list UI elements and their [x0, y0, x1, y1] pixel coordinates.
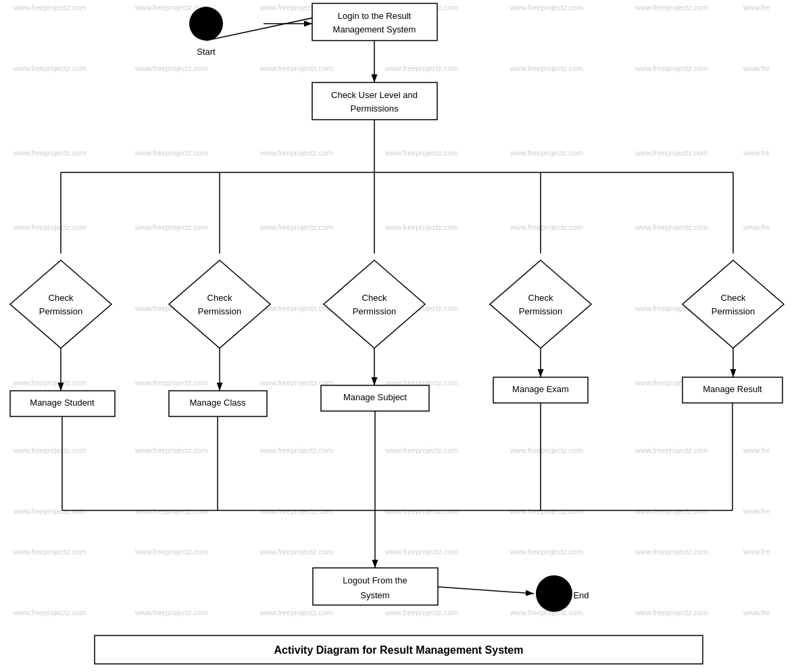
svg-text:www.freeprojectz.com: www.freeprojectz.com — [384, 149, 458, 157]
svg-text:www.freeprojectz.com: www.freeprojectz.com — [635, 608, 708, 617]
diamond-4-text-2: Permission — [519, 306, 562, 316]
svg-text:www.freeprojectz.com: www.freeprojectz.com — [635, 446, 708, 454]
diamond-2-text-1: Check — [207, 293, 232, 303]
svg-text:www.freeprojectz.com: www.freeprojectz.com — [509, 64, 583, 72]
svg-text:www.fre: www.fre — [743, 149, 770, 157]
svg-text:www.freeprojectz.com: www.freeprojectz.com — [509, 548, 583, 556]
login-box — [312, 3, 437, 41]
svg-line-92 — [438, 587, 534, 594]
svg-text:www.freeprojectz.com: www.freeprojectz.com — [259, 548, 333, 556]
svg-text:www.fre: www.fre — [743, 608, 770, 617]
manage-subject-text: Manage Subject — [343, 392, 407, 402]
diamond-3 — [324, 260, 425, 348]
svg-text:www.fre: www.fre — [743, 507, 770, 515]
svg-text:www.fre: www.fre — [743, 548, 770, 556]
svg-text:www.fre: www.fre — [743, 223, 770, 231]
diamond-3-text-1: Check — [362, 293, 387, 303]
svg-text:www.freeprojectz.com: www.freeprojectz.com — [13, 223, 86, 231]
svg-text:www.freeprojectz.com: www.freeprojectz.com — [635, 548, 708, 556]
svg-text:www.freeprojectz.com: www.freeprojectz.com — [635, 3, 708, 11]
svg-text:www.freeprojectz.com: www.freeprojectz.com — [13, 608, 86, 617]
svg-text:www.fre: www.fre — [743, 3, 770, 11]
diamond-3-text-2: Permission — [353, 306, 396, 316]
svg-text:www.freeprojectz.com: www.freeprojectz.com — [509, 507, 583, 515]
manage-exam-text: Manage Exam — [512, 384, 569, 394]
end-node — [536, 575, 572, 612]
svg-text:www.freeprojectz.com: www.freeprojectz.com — [13, 446, 86, 454]
svg-text:www.freeprojectz.com: www.freeprojectz.com — [134, 608, 208, 617]
svg-text:www.freeprojectz.com: www.freeprojectz.com — [509, 223, 583, 231]
svg-text:www.freeprojectz.com: www.freeprojectz.com — [384, 507, 458, 515]
login-text-2: Management System — [333, 24, 416, 34]
svg-text:www.freeprojectz.com: www.freeprojectz.com — [13, 3, 86, 11]
svg-text:www.freeprojectz.com: www.freeprojectz.com — [13, 379, 86, 387]
svg-text:www.freeprojectz.com: www.freeprojectz.com — [13, 548, 86, 556]
svg-text:www.freeprojectz.com: www.freeprojectz.com — [13, 507, 86, 515]
svg-text:www.freeprojectz.com: www.freeprojectz.com — [134, 446, 208, 454]
svg-text:www.freeprojectz.com: www.freeprojectz.com — [13, 64, 86, 72]
start-node — [189, 7, 223, 41]
manage-class-text: Manage Class — [189, 398, 246, 408]
diamond-2 — [169, 260, 270, 348]
footer-title: Activity Diagram for Result Management S… — [274, 644, 524, 656]
login-text-1: Login to the Result — [338, 11, 412, 21]
svg-text:www.freeprojectz.com: www.freeprojectz.com — [134, 149, 208, 157]
svg-text:www.freeprojectz.com: www.freeprojectz.com — [13, 149, 86, 157]
svg-text:www.freeprojectz.com: www.freeprojectz.com — [384, 548, 458, 556]
svg-text:www.freeprojectz.com: www.freeprojectz.com — [259, 149, 333, 157]
svg-text:www.freeprojectz.com: www.freeprojectz.com — [259, 223, 333, 231]
diagram-container: www.freeprojectz.com www.freeprojectz.co… — [0, 0, 796, 672]
svg-text:www.freeprojectz.com: www.freeprojectz.com — [259, 304, 333, 312]
logout-text-2: System — [360, 590, 389, 600]
end-label: End — [573, 590, 589, 600]
svg-text:www.freeprojectz.com: www.freeprojectz.com — [509, 149, 583, 157]
svg-text:www.freeprojectz.com: www.freeprojectz.com — [259, 446, 333, 454]
diamond-2-text-2: Permission — [198, 306, 241, 316]
logout-text-1: Logout From the — [343, 575, 407, 585]
manage-student-text: Manage Student — [30, 398, 95, 408]
diamond-5 — [682, 260, 784, 348]
svg-text:www.freeprojectz.com: www.freeprojectz.com — [259, 64, 333, 72]
svg-text:www.freeprojectz.com: www.freeprojectz.com — [384, 608, 458, 617]
diamond-1-text-2: Permission — [39, 306, 82, 316]
diamond-5-text-1: Check — [721, 293, 746, 303]
svg-text:www.freeprojectz.com: www.freeprojectz.com — [259, 608, 333, 617]
svg-text:www.freeprojectz.com: www.freeprojectz.com — [134, 223, 208, 231]
check-permissions-text-1: Check User Level and — [331, 90, 418, 100]
diamond-4-text-1: Check — [528, 293, 553, 303]
svg-text:www.fre: www.fre — [743, 446, 770, 454]
diamond-5-text-2: Permission — [712, 306, 755, 316]
diamond-4 — [490, 260, 591, 348]
svg-text:www.freeprojectz.com: www.freeprojectz.com — [635, 149, 708, 157]
check-permissions-box — [312, 82, 437, 120]
svg-text:www.freeprojectz.com: www.freeprojectz.com — [635, 223, 708, 231]
manage-result-text: Manage Result — [703, 384, 762, 394]
svg-text:www.freeprojectz.com: www.freeprojectz.com — [635, 64, 708, 72]
svg-text:www.freeprojectz.com: www.freeprojectz.com — [259, 507, 333, 515]
diamond-1 — [10, 260, 111, 348]
svg-text:www.freeprojectz.com: www.freeprojectz.com — [509, 446, 583, 454]
check-permissions-text-2: Permissions — [351, 103, 399, 114]
svg-text:www.freeprojectz.com: www.freeprojectz.com — [384, 223, 458, 231]
diamond-1-text-1: Check — [49, 293, 74, 303]
svg-text:www.fre: www.fre — [743, 64, 770, 72]
svg-text:www.freeprojectz.com: www.freeprojectz.com — [384, 446, 458, 454]
svg-text:www.freeprojectz.com: www.freeprojectz.com — [134, 507, 208, 515]
svg-text:www.freeprojectz.com: www.freeprojectz.com — [384, 64, 458, 72]
svg-text:www.freeprojectz.com: www.freeprojectz.com — [134, 64, 208, 72]
svg-text:www.freeprojectz.com: www.freeprojectz.com — [134, 548, 208, 556]
svg-text:www.freeprojectz.com: www.freeprojectz.com — [509, 3, 583, 11]
start-label: Start — [197, 47, 216, 57]
svg-text:www.freeprojectz.com: www.freeprojectz.com — [635, 507, 708, 515]
svg-text:www.freeprojectz.com: www.freeprojectz.com — [134, 379, 208, 387]
